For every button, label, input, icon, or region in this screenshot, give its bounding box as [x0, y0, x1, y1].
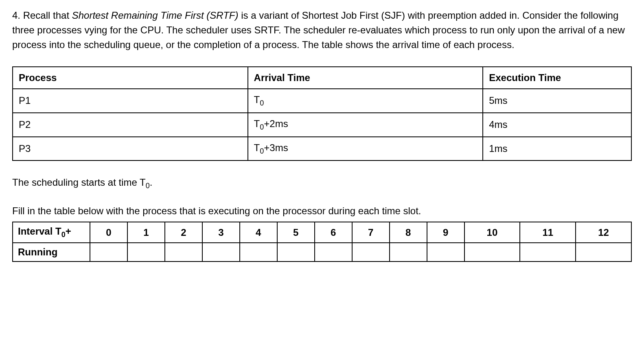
- header-execution-time: Execution Time: [483, 67, 631, 89]
- cell-exec: 4ms: [483, 113, 631, 137]
- running-cell: [315, 243, 352, 262]
- schedule-table: Interval T0+ 0 1 2 3 4 5 6 7 8 9 10 11 1…: [12, 222, 632, 262]
- running-cell: [127, 243, 165, 262]
- cell-exec: 5ms: [483, 89, 631, 113]
- cell-arrival: T0: [248, 89, 483, 113]
- interval-cell: 3: [202, 222, 240, 243]
- running-row: Running: [13, 243, 631, 262]
- fill-in-instruction: Fill in the table below with the process…: [12, 204, 632, 218]
- running-cell: [352, 243, 390, 262]
- interval-cell: 5: [277, 222, 315, 243]
- cell-process: P3: [13, 137, 248, 161]
- running-cell: [277, 243, 315, 262]
- question-italic-term: Shortest Remaining Time First (SRTF): [72, 10, 239, 21]
- process-table: Process Arrival Time Execution Time P1 T…: [12, 66, 632, 161]
- table-row: P3 T0+3ms 1ms: [13, 137, 631, 161]
- interval-cell: 8: [390, 222, 427, 243]
- interval-cell: 7: [352, 222, 390, 243]
- interval-cell: 4: [240, 222, 277, 243]
- interval-cell: 6: [315, 222, 352, 243]
- header-arrival-time: Arrival Time: [248, 67, 483, 89]
- interval-cell: 2: [165, 222, 202, 243]
- table-header-row: Process Arrival Time Execution Time: [13, 67, 631, 89]
- running-cell: [576, 243, 631, 262]
- interval-cell: 12: [576, 222, 631, 243]
- interval-cell: 10: [464, 222, 520, 243]
- cell-arrival: T0+3ms: [248, 137, 483, 161]
- question-paragraph: 4. Recall that Shortest Remaining Time F…: [12, 8, 632, 52]
- interval-cell: 9: [427, 222, 464, 243]
- interval-cell: 0: [90, 222, 127, 243]
- cell-process: P1: [13, 89, 248, 113]
- running-cell: [90, 243, 127, 262]
- running-cell: [240, 243, 277, 262]
- cell-process: P2: [13, 113, 248, 137]
- running-cell: [202, 243, 240, 262]
- question-text-pre-italic: Recall that: [23, 10, 72, 21]
- interval-row-label: Interval T0+: [13, 222, 90, 243]
- table-row: P1 T0 5ms: [13, 89, 631, 113]
- running-cell: [165, 243, 202, 262]
- interval-cell: 11: [520, 222, 576, 243]
- cell-exec: 1ms: [483, 137, 631, 161]
- interval-cell: 1: [127, 222, 165, 243]
- cell-arrival: T0+2ms: [248, 113, 483, 137]
- running-cell: [464, 243, 520, 262]
- question-number: 4.: [12, 10, 23, 21]
- running-row-label: Running: [13, 243, 90, 262]
- scheduling-starts-text: The scheduling starts at time T0.: [12, 175, 632, 191]
- interval-row: Interval T0+ 0 1 2 3 4 5 6 7 8 9 10 11 1…: [13, 222, 631, 243]
- header-process: Process: [13, 67, 248, 89]
- running-cell: [520, 243, 576, 262]
- running-cell: [390, 243, 427, 262]
- table-row: P2 T0+2ms 4ms: [13, 113, 631, 137]
- running-cell: [427, 243, 464, 262]
